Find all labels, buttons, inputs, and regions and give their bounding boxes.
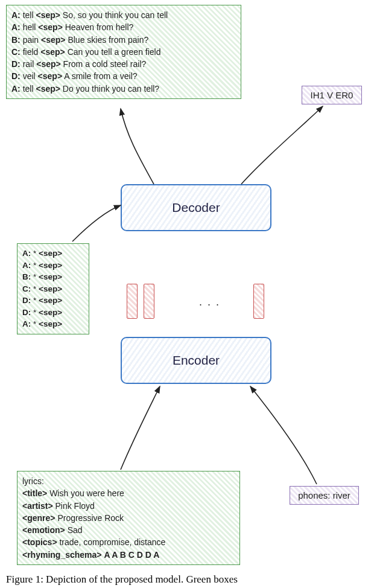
emotion-tag: <emotion> [22, 525, 65, 535]
lyric-text: From a cold steel rail? [63, 59, 147, 69]
rhyme-label: C: [22, 284, 31, 293]
rhyme-word: hell [23, 22, 36, 32]
sep-token: <sep> [39, 284, 62, 293]
placeholder-word: * [33, 319, 36, 328]
output-lyric-line: D: rail <sep> From a cold steel rail? [11, 58, 236, 70]
latent-vector [253, 284, 264, 319]
sep-token: <sep> [36, 84, 60, 94]
figure-caption: Figure 1: Depiction of the proposed mode… [6, 574, 238, 586]
sep-token: <sep> [36, 59, 60, 69]
rhyme-label: C: [11, 47, 21, 57]
placeholder-word: * [33, 261, 36, 270]
rhyme-word: field [23, 47, 39, 57]
sep-token: <sep> [36, 10, 60, 20]
sep-token: <sep> [39, 308, 62, 317]
output-lyric-line: D: veil <sep> A smile from a veil? [11, 70, 236, 82]
topics-tag: <topics> [22, 537, 57, 547]
rhyme-word: tell [23, 84, 34, 94]
sep-token: <sep> [39, 261, 62, 270]
decoder-input-prompt: A: * <sep>A: * <sep>B: * <sep>C: * <sep>… [17, 243, 89, 334]
sep-token: <sep> [38, 71, 62, 81]
latent-vector [127, 284, 138, 319]
genre-tag: <genre> [22, 513, 55, 523]
rhyme-label: A: [22, 319, 31, 328]
sep-token: <sep> [38, 22, 62, 32]
title-value: Wish you were here [49, 488, 124, 498]
encoder-label: Encoder [173, 353, 220, 368]
phones-output-text: IH1 V ER0 [311, 90, 353, 100]
encoder-block: Encoder [121, 337, 271, 384]
rhyme-label: A: [11, 84, 21, 94]
genre-value: Progressive Rock [57, 513, 124, 523]
placeholder-word: * [33, 308, 36, 317]
decoder-output-lyrics: A: tell <sep> So, so you think you can t… [6, 5, 241, 99]
sep-token: <sep> [40, 47, 65, 57]
placeholder-word: * [33, 284, 36, 293]
artist-tag: <artist> [22, 501, 53, 511]
lyric-text: Blue skies from pain? [68, 35, 148, 45]
rhyme-label: A: [22, 249, 31, 258]
placeholder-word: * [33, 249, 36, 258]
lyric-text: Can you tell a green field [68, 47, 161, 57]
sep-token: <sep> [39, 319, 62, 328]
sep-token: <sep> [41, 35, 65, 45]
sep-token: <sep> [39, 249, 62, 258]
phones-input-text: phones: river [298, 490, 350, 500]
output-lyric-line: B: pain <sep> Blue skies from pain? [11, 34, 236, 46]
prompt-line: C: * <sep> [22, 283, 84, 295]
encoder-input-phones: phones: river [290, 486, 359, 505]
schema-tag: <rhyming_schema> [22, 550, 102, 560]
schema-value: A A B C D D A [104, 550, 159, 560]
output-lyric-line: A: tell <sep> So, so you think you can t… [11, 9, 236, 21]
lyric-text: Heaven from hell? [65, 22, 134, 32]
sep-token: <sep> [39, 272, 62, 281]
lyric-text: So, so you think you can tell [63, 10, 168, 20]
lyric-text: A smile from a veil? [64, 71, 137, 81]
rhyme-label: D: [22, 308, 31, 317]
topics-value: trade, compromise, distance [59, 537, 165, 547]
rhyme-label: A: [22, 261, 31, 270]
rhyme-label: A: [11, 10, 21, 20]
rhyme-label: D: [11, 59, 21, 69]
placeholder-word: * [33, 296, 36, 305]
rhyme-label: A: [11, 22, 21, 32]
decoder-block: Decoder [121, 184, 271, 231]
lyric-text: Do you think you can tell? [63, 84, 159, 94]
latent-vector [144, 284, 154, 319]
sep-token: <sep> [39, 296, 62, 305]
decoder-label: Decoder [172, 200, 220, 215]
prompt-line: A: * <sep> [22, 248, 84, 260]
rhyme-label: B: [22, 272, 31, 281]
output-lyric-line: A: hell <sep> Heaven from hell? [11, 21, 236, 33]
rhyme-word: veil [23, 71, 36, 81]
encoder-input-lyrics: lyrics: <title> Wish you were here <arti… [17, 471, 240, 565]
artist-value: Pink Floyd [55, 501, 94, 511]
ellipsis: . . . [199, 296, 220, 308]
rhyme-label: D: [22, 296, 31, 305]
output-lyric-line: C: field <sep> Can you tell a green fiel… [11, 46, 236, 58]
rhyme-label: B: [11, 35, 21, 45]
prompt-line: A: * <sep> [22, 318, 84, 330]
prompt-line: A: * <sep> [22, 260, 84, 272]
placeholder-word: * [33, 272, 36, 281]
output-lyric-line: A: tell <sep> Do you think you can tell? [11, 83, 236, 95]
decoder-output-phones: IH1 V ER0 [302, 86, 362, 104]
prompt-line: B: * <sep> [22, 271, 84, 283]
emotion-value: Sad [68, 525, 83, 535]
title-tag: <title> [22, 488, 47, 498]
prompt-line: D: * <sep> [22, 295, 84, 307]
lyrics-header: lyrics: [22, 475, 235, 487]
rhyme-word: pain [23, 35, 39, 45]
rhyme-word: tell [23, 10, 34, 20]
rhyme-label: D: [11, 71, 21, 81]
rhyme-word: rail [23, 59, 34, 69]
prompt-line: D: * <sep> [22, 307, 84, 319]
